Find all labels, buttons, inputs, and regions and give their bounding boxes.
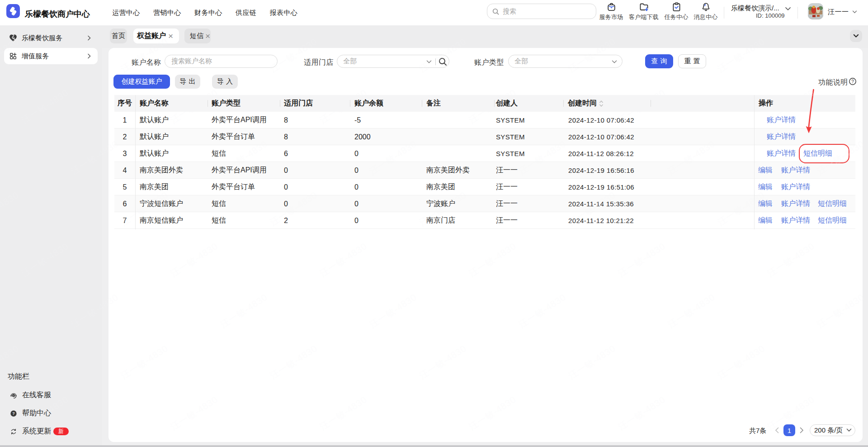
svg-text:?: ? — [851, 79, 854, 84]
svg-text:?: ? — [12, 411, 15, 416]
